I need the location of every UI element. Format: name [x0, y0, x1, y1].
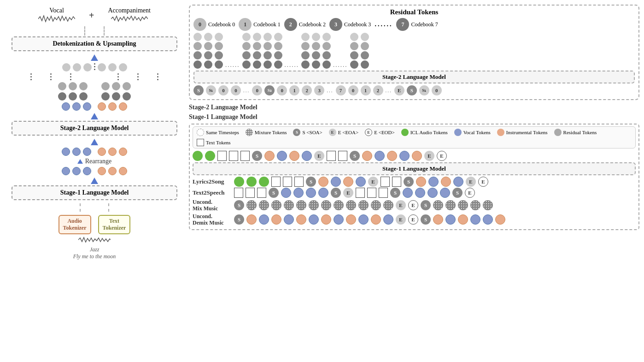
ud-vocal-4 — [334, 214, 344, 225]
um-mix-11 — [371, 200, 381, 210]
tok-S1: S₁ — [206, 85, 216, 95]
l2s-E-out: E — [478, 177, 488, 187]
legend-eoa: E E <EOA> — [329, 129, 358, 136]
um-mix-15 — [458, 200, 468, 210]
circles-row-blue-orange-2 — [62, 148, 127, 156]
l2s-vocal-1 — [331, 177, 341, 187]
um-mix-12 — [383, 200, 393, 210]
tok-0f: 0 — [432, 85, 442, 95]
t2s-S-3: S — [390, 188, 400, 198]
ud-vocal-2 — [284, 214, 294, 225]
codebook-3: 3 Codebook 3 — [329, 18, 371, 31]
l2s-icl-2 — [246, 177, 257, 187]
tok-S-1: S — [252, 151, 262, 161]
ud-instr-2 — [271, 214, 281, 225]
tok-S: S — [193, 85, 204, 95]
vocal-2 — [302, 151, 312, 161]
codebook-2: 2 Codebook 2 — [284, 18, 326, 31]
left-panel: Vocal + Accompaniment — [5, 5, 184, 357]
stage2-seq-row: S S₁ 0 0 ... 0 S₂ 0 1 2 3 ... 7 0 1 2 ..… — [193, 85, 635, 95]
l2s-E-1: E — [368, 177, 378, 187]
top-audio-labels: Vocal + Accompaniment — [38, 7, 151, 24]
um-E-2: E — [408, 200, 418, 210]
um-mix-7 — [321, 200, 331, 210]
tok-1b: 1 — [361, 85, 371, 95]
t2s-v-8 — [440, 188, 450, 198]
circles-row-2 — [58, 82, 131, 90]
legend-text: Text Tokens — [197, 139, 231, 146]
l2s-instr-3 — [416, 177, 426, 187]
text-sq-5 — [338, 151, 347, 161]
ud-instr-3 — [296, 214, 306, 225]
detokenization-label: Detokenization & Upsampling — [53, 40, 136, 47]
tok-E-1: E — [314, 151, 324, 161]
ud-instr-4 — [321, 214, 331, 225]
t2s-S-2: S — [331, 188, 341, 198]
um-mix-3 — [271, 200, 281, 210]
tok-3a: 3 — [314, 85, 324, 95]
tok-0b: 0 — [231, 85, 241, 95]
ud-instr-1 — [246, 214, 257, 225]
legend-icl: ICL Audio Tokens — [401, 129, 448, 136]
stage1-section-title: Stage-1 Language Model — [189, 113, 639, 121]
lyrics2song-row: Lyrics2Song S E S E — [193, 177, 636, 187]
tok-E-out: E — [437, 151, 447, 161]
t2s-sq-2 — [246, 188, 255, 198]
vocal-4 — [399, 151, 410, 161]
tok-S2: S₂ — [264, 85, 275, 95]
t2s-sq-4 — [356, 188, 365, 198]
um-mix-14 — [445, 200, 456, 210]
circles-row-dark — [58, 92, 131, 101]
tok-E-2: E — [424, 151, 434, 161]
detokenization-box: Detokenization & Upsampling — [12, 36, 177, 51]
res-col-9 — [312, 33, 320, 69]
instr-2 — [289, 151, 299, 161]
instr-4 — [387, 151, 397, 161]
res-col-3 — [215, 33, 223, 69]
legend-box: Same Timesteps Mixture Tokens S S <SOA> … — [193, 126, 636, 148]
res-col-2 — [204, 33, 212, 69]
t2s-E-out: E — [465, 188, 475, 198]
t2s-v-4 — [318, 188, 328, 198]
uncond-demix-label: Uncond.Demix Music — [193, 213, 232, 226]
ud-E-1: E — [396, 214, 406, 225]
ud-vocal-8 — [470, 214, 480, 225]
icl-2 — [205, 151, 215, 161]
tok-2b: 2 — [373, 85, 383, 95]
text2speech-label: Text2Speech — [193, 189, 232, 196]
res-col-11 — [350, 33, 358, 69]
arrow-up-1 — [91, 54, 98, 61]
ud-instr-8 — [458, 214, 468, 225]
right-panel: Residual Tokens 0 Codebook 0 1 Codebook … — [189, 5, 639, 357]
legend-vocal: Vocal Tokens — [454, 129, 491, 136]
l2s-sq-1 — [271, 177, 281, 187]
tok-7a: 7 — [336, 85, 346, 95]
res-col-10 — [322, 33, 331, 69]
ud-vocal-3 — [309, 214, 319, 225]
l2s-sq-2 — [283, 177, 292, 187]
vocal-3 — [375, 151, 385, 161]
ud-E-2: E — [408, 214, 418, 225]
um-mix-13 — [433, 200, 443, 210]
res-col-5 — [253, 33, 261, 69]
codebook-0: 0 Codebook 0 — [193, 18, 235, 31]
vocal-1 — [277, 151, 287, 161]
legend-eod: E E <EOD> — [365, 129, 394, 136]
ud-S-2: S — [421, 214, 431, 225]
res-col-8 — [301, 33, 310, 69]
um-mix-9 — [346, 200, 356, 210]
icl-1 — [193, 151, 203, 161]
text-sq-4 — [327, 151, 336, 161]
tok-0d: 0 — [277, 85, 287, 95]
instr-1 — [264, 151, 275, 161]
l2s-E-2: E — [466, 177, 476, 187]
ud-vocal-5 — [358, 214, 369, 225]
text-tokenizer-box: Text Tokenizer — [98, 215, 131, 234]
circles-row-blue-orange-3 — [62, 167, 127, 175]
text-sq-3 — [240, 151, 250, 161]
t2s-sq-6 — [379, 188, 388, 198]
residual-title: Residual Tokens — [193, 8, 635, 16]
res-col-1 — [193, 33, 202, 69]
um-S: S — [234, 200, 244, 210]
res-col-6 — [263, 33, 272, 69]
